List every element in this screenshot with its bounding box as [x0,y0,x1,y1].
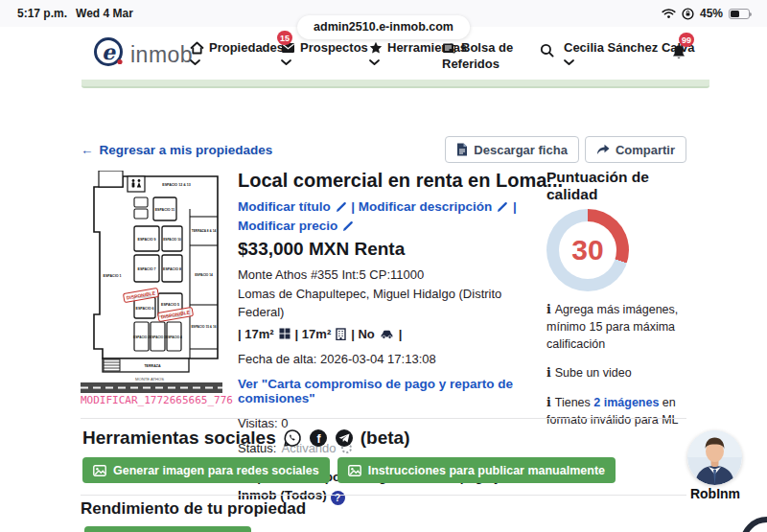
share-label: Compartir [616,143,675,157]
fp-terraza: TERRAZA [144,364,161,368]
quality-score-title: Puntuación de calidad [546,169,688,203]
fp-espacio-1: ESPACIO 1 [104,274,122,278]
back-link-label: Regresar a mis propiedades [100,143,273,157]
invalid-images-link[interactable]: 2 imágenes [593,396,659,409]
performance-button-partial[interactable] [84,526,251,532]
share-button[interactable]: Compartir [585,136,686,163]
property-price: $33,000 MXN Renta [238,239,537,260]
fp-espacio-5: ESPACIO 5 [161,303,179,307]
property-floorplan-image[interactable]: ESPACIO 12 & 13 TERRAZA 8 & 14 ESPACIO 1… [81,171,222,393]
quality-tip-images: iAgrega más imágenes, mínimo 15 para máx… [546,301,688,353]
chat-agent-name: RobInm [681,486,750,501]
quality-score-value: 30 [546,209,629,291]
nav-propiedades[interactable]: Propiedades [190,40,284,65]
chat-agent-avatar[interactable] [687,430,742,485]
address-line-1: Monte Athos #355 Int:5 CP:11000 [238,266,537,285]
download-sheet-label: Descargar ficha [474,143,568,157]
star-icon [369,41,383,55]
pdf-file-icon [456,143,468,156]
whatsapp-icon [283,428,302,448]
pencil-icon [342,220,354,232]
address-line-2: Lomas de Chapultepec, Miguel Hidalgo (Di… [238,285,537,322]
edit-price-link[interactable]: Modificar precio [238,219,337,233]
fp-terraza-8-14: TERRAZA 8 & 14 [192,229,217,233]
edit-description-link[interactable]: Modificar descripción [359,199,493,214]
download-sheet-button[interactable]: Descargar ficha [445,136,579,163]
logo-text: inmob [130,42,193,71]
rotation-lock-icon [682,8,694,20]
date: Wed 4 Mar [76,7,133,20]
address-bar[interactable]: admin2510.e-inmob.com [297,15,470,39]
spec-area-land: | 17m² [238,327,274,341]
notifications-badge: 99 [679,33,694,47]
fp-espacio-11: ESPACIO 11 [155,208,175,212]
info-icon: i [546,302,551,316]
back-arrow-icon: ← [81,143,94,157]
listing-date: Fecha de alta: 2026-03-04 17:13:08 [238,352,537,366]
chat-bubble-button[interactable] [740,517,767,532]
edit-title-link[interactable]: Modificar título [238,199,331,214]
newspaper-icon [442,42,456,54]
nav-bolsa-referidos[interactable]: Bolsa de Referidos [442,40,513,71]
nav-prospectos-label: Prospectos [300,40,368,55]
prospectos-badge: 15 [277,31,292,45]
chevron-down-icon [369,59,380,65]
building-icon [336,328,346,340]
fp-espacio-2: ESPACIO 2 [133,335,150,339]
chevron-down-icon [190,59,200,65]
floorplan-filename: MODIFICAR_1772665665_776 [81,394,233,406]
commission-letter-link[interactable]: Ver "Carta compromiso de pago y reparto … [238,377,537,405]
svg-text:e: e [102,39,117,64]
wifi-icon [662,8,676,19]
image-icon [348,465,361,476]
fp-espacio-9: ESPACIO 9 [138,238,156,242]
nav-propiedades-label: Propiedades [209,40,284,55]
social-tools-title: Herramientas sociales [82,428,276,449]
fp-espacio-10: ESPACIO 10 [163,238,181,242]
fp-espacio-4: ESPACIO 4 [166,335,182,339]
nav-bolsa-label-1: Bolsa de [461,40,513,55]
generate-social-image-button[interactable]: Generar imagen para redes sociales [82,457,330,483]
back-to-properties-link[interactable]: ← Regresar a mis propiedades [81,143,272,157]
car-icon [380,329,394,339]
fp-espacio-14: ESPACIO 14 [195,273,213,277]
manual-publish-instructions-label: Instrucciones para publicar manualmente [368,464,605,477]
clock: 5:17 p.m. [17,7,67,20]
fp-espacio-6: ESPACIO 6 [136,307,154,311]
einmob-logo[interactable]: e inmob [90,33,193,71]
info-icon: i [546,365,551,380]
quality-tip-invalid-format: iTienes 2 imágenes en formato inválido p… [546,394,688,428]
beta-tag: (beta) [360,428,410,449]
generate-social-image-label: Generar imagen para redes sociales [113,464,319,477]
separator: | [351,199,355,214]
alert-banner-edge [81,80,709,88]
section-divider [81,418,686,419]
battery-percent: 45% [700,7,723,20]
search-button[interactable] [540,42,554,58]
fp-espacio-15-16: ESPACIO 15 & 16 [191,325,216,329]
property-title: Local comercial en renta en Loma... [238,169,537,192]
chevron-down-icon [281,59,291,65]
nav-prospectos[interactable]: 15 Prospectos [281,40,368,65]
land-grid-icon [279,328,291,339]
search-icon [540,43,554,58]
einmob-logo-icon: e [90,33,128,71]
info-icon: i [546,395,551,409]
share-icon [596,144,610,155]
spec-parking: | No [351,327,375,341]
chevron-down-icon [564,59,574,65]
notifications-button[interactable]: 99 [671,44,686,60]
spec-area-built: | 17m² [295,327,332,341]
fp-espacio-12-13: ESPACIO 12 & 13 [162,183,191,187]
telegram-icon [335,428,354,448]
performance-title: Rendimiento de tu propiedad [81,499,306,519]
image-icon [93,465,106,476]
manual-publish-instructions-button[interactable]: Instrucciones para publicar manualmente [337,457,616,483]
section-divider [81,495,686,496]
home-icon [190,41,204,55]
pencil-icon [497,201,508,213]
help-question-icon[interactable]: ? [331,491,345,505]
facebook-icon: f [309,428,328,448]
spec-end: | [399,327,403,341]
fp-espacio-8: ESPACIO 8 [163,267,181,271]
